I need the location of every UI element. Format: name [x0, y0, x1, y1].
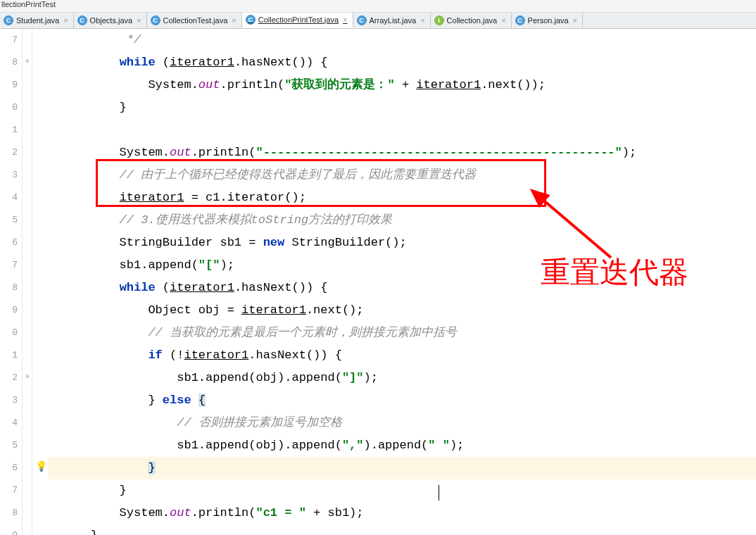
close-icon[interactable]: × [419, 16, 426, 25]
annotation-text: 重置迭代器 [541, 253, 688, 292]
line-num: 3 [0, 164, 18, 187]
tab-collectionprinttest[interactable]: C CollectionPrintTest.java × [242, 13, 353, 28]
tab-label: Collection.java [447, 16, 498, 25]
line-num: 5 [0, 434, 18, 457]
text-cursor [439, 485, 439, 501]
class-icon: C [515, 15, 525, 25]
code-line: System.out.println("c1 = " + sb1); [48, 502, 756, 524]
line-num: 8 [0, 277, 18, 299]
line-num: 3 [0, 389, 18, 412]
line-num: 0 [0, 322, 18, 344]
close-icon[interactable]: × [230, 16, 237, 25]
line-num: 6 [0, 457, 18, 479]
code-line: Object obj = iterator1.next(); [48, 299, 756, 322]
class-icon: C [77, 15, 87, 25]
close-icon[interactable]: × [62, 16, 69, 25]
line-num: 0 [0, 96, 18, 119]
code-line: } [48, 96, 756, 119]
tab-label: ArrayList.java [370, 16, 417, 25]
code-line: // 由于上个循环已经使得迭代器走到了最后，因此需要重置迭代器 [48, 164, 756, 187]
code-line: } [48, 524, 756, 535]
tab-collectiontest[interactable]: C CollectionTest.java × [147, 13, 242, 28]
code-line: // 3.使用迭代器来模拟toString方法的打印效果 [48, 209, 756, 232]
tab-objects[interactable]: C Objects.java × [74, 13, 147, 28]
tab-person[interactable]: C Person.java × [512, 13, 584, 28]
window-title: llectionPrintTest [0, 0, 756, 13]
line-num: 1 [0, 119, 18, 141]
line-num: 8 [0, 51, 18, 74]
code-line: StringBuilder sb1 = new StringBuilder(); [48, 232, 756, 254]
interface-icon: I [434, 15, 444, 25]
code-line [48, 119, 756, 141]
class-icon: C [357, 15, 367, 25]
code-line: */ [48, 29, 756, 51]
line-num: 7 [0, 479, 18, 502]
tab-label: Objects.java [90, 16, 133, 25]
code-line: sb1.append(obj).append(",").append(" "); [48, 434, 756, 457]
tab-label: Student.java [16, 16, 59, 25]
code-line: while (iterator1.hasNext()) { [48, 51, 756, 74]
code-line: iterator1 = c1.iterator(); [48, 187, 756, 209]
fold-column: ⊖ ⊖ [23, 29, 32, 535]
code-area[interactable]: */ while (iterator1.hasNext()) { System.… [48, 29, 756, 535]
code-line: } [48, 479, 756, 502]
line-num: 9 [0, 524, 18, 535]
line-num: 5 [0, 209, 18, 232]
tab-label: CollectionPrintTest.java [258, 15, 339, 24]
line-num: 4 [0, 187, 18, 209]
line-num: 9 [0, 74, 18, 96]
line-num: 8 [0, 502, 18, 524]
code-line: // 否则拼接元素加逗号加空格 [48, 412, 756, 434]
class-icon: C [4, 15, 13, 25]
code-line: } else { [48, 389, 756, 412]
tab-collection[interactable]: I Collection.java × [431, 13, 512, 28]
line-num: 2 [0, 367, 18, 389]
editor-tabs: C Student.java × C Objects.java × C Coll… [0, 13, 756, 29]
tab-label: CollectionTest.java [163, 16, 228, 25]
fold-icon[interactable]: ⊖ [24, 57, 31, 64]
code-line: System.out.println("获取到的元素是：" + iterator… [48, 74, 756, 96]
code-line: System.out.println("--------------------… [48, 141, 756, 164]
line-num: 7 [0, 254, 18, 277]
code-line: } [48, 457, 756, 479]
close-icon[interactable]: × [500, 16, 507, 25]
class-icon: C [151, 15, 160, 25]
tab-arraylist[interactable]: C ArrayList.java × [353, 13, 431, 28]
code-line: sb1.append(obj).append("]"); [48, 367, 756, 389]
intention-column: 💡 [32, 29, 48, 535]
tab-student[interactable]: C Student.java × [0, 13, 74, 28]
line-num: 6 [0, 232, 18, 254]
intention-bulb-icon[interactable]: 💡 [35, 460, 47, 472]
close-icon[interactable]: × [341, 15, 348, 24]
fold-icon[interactable]: ⊖ [24, 372, 31, 379]
line-num: 2 [0, 141, 18, 164]
tab-label: Person.java [528, 16, 569, 25]
editor-area: 7 8 9 0 1 2 3 4 5 6 7 8 9 0 1 2 3 4 5 6 … [0, 29, 756, 535]
code-line: if (!iterator1.hasNext()) { [48, 344, 756, 367]
line-num: 9 [0, 299, 18, 322]
line-num: 1 [0, 344, 18, 367]
close-icon[interactable]: × [572, 16, 579, 25]
code-line: // 当获取的元素是最后一个元素时，则拼接元素加中括号 [48, 322, 756, 344]
close-icon[interactable]: × [135, 16, 142, 25]
line-num: 4 [0, 412, 18, 434]
line-numbers: 7 8 9 0 1 2 3 4 5 6 7 8 9 0 1 2 3 4 5 6 … [0, 29, 23, 535]
class-icon: C [246, 15, 256, 25]
line-num: 7 [0, 29, 18, 51]
